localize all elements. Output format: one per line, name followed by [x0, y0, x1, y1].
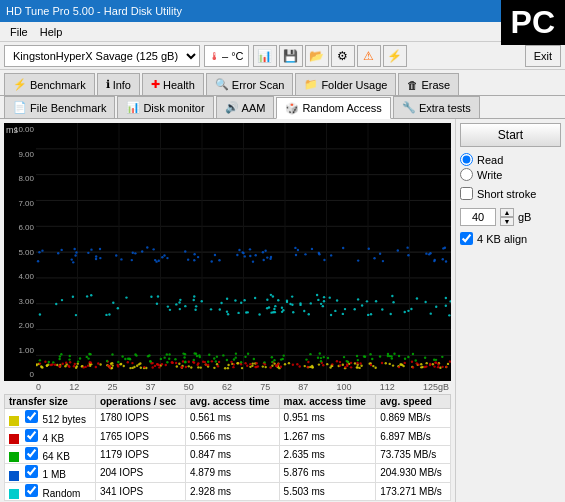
- write-radio[interactable]: [460, 168, 473, 181]
- svg-point-374: [330, 254, 332, 256]
- svg-point-529: [156, 303, 158, 305]
- short-stroke-label[interactable]: Short stroke: [460, 187, 561, 200]
- svg-point-466: [39, 313, 41, 315]
- short-stroke-checkbox[interactable]: [460, 187, 473, 200]
- align-checkbox[interactable]: [460, 232, 473, 245]
- svg-point-222: [435, 362, 437, 364]
- svg-point-173: [116, 364, 118, 366]
- toolbar-icon-1[interactable]: 📊: [253, 45, 277, 67]
- svg-point-304: [60, 353, 62, 355]
- tab-benchmark[interactable]: ⚡Benchmark: [4, 73, 95, 95]
- svg-point-424: [406, 246, 408, 248]
- y-label-2: 2.00: [6, 321, 34, 330]
- exit-button[interactable]: Exit: [525, 45, 561, 67]
- svg-point-77: [389, 363, 391, 365]
- svg-point-191: [356, 362, 358, 364]
- menu-help[interactable]: Help: [34, 25, 69, 39]
- tab-file-benchmark[interactable]: 📄File Benchmark: [4, 96, 115, 118]
- svg-point-339: [379, 355, 381, 357]
- svg-point-533: [367, 314, 369, 316]
- tab-info[interactable]: ℹInfo: [97, 73, 140, 95]
- toolbar-icon-2[interactable]: 💾: [279, 45, 303, 67]
- svg-point-70: [227, 364, 229, 366]
- row-checkbox[interactable]: [25, 465, 38, 478]
- tab-aam[interactable]: 🔊AAM: [216, 96, 275, 118]
- svg-point-449: [179, 308, 181, 310]
- cell-avg: 2.928 ms: [185, 482, 279, 500]
- svg-point-112: [99, 363, 101, 365]
- svg-point-248: [433, 365, 435, 367]
- svg-point-165: [322, 364, 324, 366]
- row-checkbox[interactable]: [25, 484, 38, 497]
- chart-panel: ms 10.00 9.00 8.00 7.00 6.00 5.00 4.00 3…: [0, 119, 455, 502]
- svg-point-501: [336, 299, 338, 301]
- svg-point-382: [379, 253, 381, 255]
- svg-point-254: [398, 366, 400, 368]
- tab-random-access[interactable]: 🎲Random Access: [276, 97, 390, 119]
- align-label[interactable]: 4 KB align: [460, 232, 561, 245]
- table-row: 64 KB 1179 IOPS 0.847 ms 2.635 ms 73.735…: [5, 445, 451, 463]
- start-button[interactable]: Start: [460, 123, 561, 147]
- svg-point-176: [151, 366, 153, 368]
- svg-point-526: [308, 313, 310, 315]
- read-radio[interactable]: [460, 153, 473, 166]
- row-checkbox[interactable]: [25, 410, 38, 423]
- toolbar-icon-3[interactable]: 📂: [305, 45, 329, 67]
- menu-file[interactable]: File: [4, 25, 34, 39]
- tab-health[interactable]: ✚Health: [142, 73, 204, 95]
- svg-point-352: [184, 361, 186, 363]
- svg-point-56: [318, 363, 320, 365]
- tab-error-scan[interactable]: 🔍Error Scan: [206, 73, 294, 95]
- drive-select[interactable]: KingstonHyperX Savage (125 gB): [4, 45, 200, 67]
- tab-disk-monitor[interactable]: 📊Disk monitor: [117, 96, 213, 118]
- toolbar-icons: 📊 💾 📂 ⚙ ⚠ ⚡: [253, 45, 407, 67]
- svg-point-403: [442, 258, 444, 260]
- svg-point-344: [86, 356, 88, 358]
- svg-point-441: [193, 299, 195, 301]
- svg-point-303: [166, 361, 168, 363]
- svg-point-147: [127, 361, 129, 363]
- cell-max: 1.267 ms: [279, 427, 376, 445]
- gb-input[interactable]: [460, 208, 496, 226]
- y-label-4: 4.00: [6, 272, 34, 281]
- read-radio-label[interactable]: Read: [460, 153, 561, 166]
- cell-size: 512 bytes: [5, 409, 96, 427]
- svg-point-427: [242, 251, 244, 253]
- svg-point-239: [276, 365, 278, 367]
- read-label: Read: [477, 154, 503, 166]
- svg-point-281: [357, 359, 359, 361]
- x-axis: 0 12 25 37 50 62 75 87 100 112 125gB: [4, 381, 451, 392]
- cell-ops: 1179 IOPS: [95, 445, 185, 463]
- write-radio-label[interactable]: Write: [460, 168, 561, 181]
- svg-point-91: [112, 364, 114, 366]
- toolbar-icon-4[interactable]: ⚙: [331, 45, 355, 67]
- svg-point-372: [187, 258, 189, 260]
- svg-point-373: [163, 254, 165, 256]
- svg-point-460: [234, 299, 236, 301]
- row-checkbox[interactable]: [25, 429, 38, 442]
- toolbar-icon-5[interactable]: ⚠: [357, 45, 381, 67]
- svg-point-509: [391, 295, 393, 297]
- svg-point-214: [193, 361, 195, 363]
- tab-extra-tests[interactable]: 🔧Extra tests: [393, 96, 480, 118]
- row-checkbox[interactable]: [25, 447, 38, 460]
- toolbar-icon-6[interactable]: ⚡: [383, 45, 407, 67]
- svg-point-154: [87, 364, 89, 366]
- svg-point-368: [193, 253, 195, 255]
- svg-point-101: [120, 363, 122, 365]
- svg-point-379: [211, 260, 213, 262]
- svg-point-283: [77, 360, 79, 362]
- svg-point-489: [125, 296, 127, 298]
- svg-point-348: [89, 353, 91, 355]
- x-label-125: 125gB: [423, 382, 449, 392]
- svg-point-92: [213, 367, 215, 369]
- spin-up-button[interactable]: ▲: [500, 208, 514, 217]
- svg-point-261: [240, 361, 242, 363]
- y-label-8: 8.00: [6, 174, 34, 183]
- svg-point-465: [194, 309, 196, 311]
- svg-point-473: [210, 308, 212, 310]
- tab-folder-usage[interactable]: 📁Folder Usage: [295, 73, 396, 95]
- tab-erase[interactable]: 🗑Erase: [398, 73, 459, 95]
- spin-down-button[interactable]: ▼: [500, 217, 514, 226]
- svg-point-99: [227, 367, 229, 369]
